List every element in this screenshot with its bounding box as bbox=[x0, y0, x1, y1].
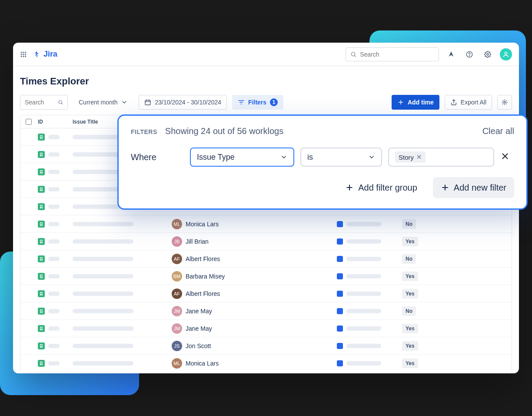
project-color bbox=[337, 343, 343, 349]
table-row[interactable]: AFAlbert FloresYes bbox=[20, 285, 512, 302]
assignee-name: Jill Brian bbox=[186, 238, 209, 245]
project-placeholder bbox=[346, 361, 381, 366]
story-icon bbox=[38, 360, 45, 367]
story-icon bbox=[38, 308, 45, 315]
export-button[interactable]: Export All bbox=[445, 95, 492, 110]
story-icon bbox=[38, 168, 45, 175]
table-row[interactable]: MLMonica LarsYes bbox=[20, 355, 512, 372]
help-icon[interactable] bbox=[463, 48, 475, 60]
plus-icon bbox=[345, 183, 354, 192]
app-switcher-icon[interactable] bbox=[20, 51, 27, 58]
user-avatar[interactable] bbox=[500, 48, 512, 60]
billable-pill: Yes bbox=[402, 324, 418, 333]
billable-pill: Yes bbox=[402, 289, 418, 299]
toolbar: Current month 23/10/2024 - 30/10/2024 Fi… bbox=[20, 95, 512, 110]
assignee-name: Jane May bbox=[186, 325, 212, 332]
assignee-avatar: ML bbox=[172, 358, 182, 369]
filter-icon bbox=[238, 99, 245, 106]
svg-point-5 bbox=[25, 54, 26, 55]
table-settings-button[interactable] bbox=[497, 95, 512, 110]
billable-pill: No bbox=[402, 254, 416, 264]
assignee-name: Jon Scott bbox=[186, 342, 211, 349]
select-all-checkbox[interactable] bbox=[26, 119, 32, 125]
table-row[interactable]: MLMonica LarsNo bbox=[20, 215, 512, 233]
project-color bbox=[337, 238, 343, 245]
table-row[interactable]: AFAlbert FloresNo bbox=[20, 250, 512, 268]
project-placeholder bbox=[346, 257, 381, 261]
assignee-avatar: JM bbox=[172, 306, 182, 316]
story-icon bbox=[38, 186, 45, 193]
story-icon bbox=[38, 273, 45, 280]
clear-all-button[interactable]: Clear all bbox=[482, 126, 514, 136]
filter-field-select[interactable]: Issue Type bbox=[190, 148, 294, 167]
svg-point-4 bbox=[23, 54, 24, 55]
project-color bbox=[337, 273, 343, 279]
billable-pill: Yes bbox=[402, 237, 418, 246]
period-select[interactable]: Current month bbox=[73, 95, 133, 110]
token-remove-icon[interactable]: ✕ bbox=[416, 153, 422, 161]
id-placeholder bbox=[48, 187, 60, 191]
story-icon bbox=[38, 290, 45, 297]
assignee-avatar: JB bbox=[172, 236, 182, 247]
id-placeholder bbox=[48, 309, 60, 313]
table-row[interactable]: JMJane MayYes bbox=[20, 320, 512, 337]
plus-icon bbox=[397, 99, 404, 106]
filter-row-remove[interactable] bbox=[500, 151, 510, 163]
id-placeholder bbox=[48, 344, 60, 348]
add-filter-group-button[interactable]: Add filter group bbox=[337, 177, 425, 198]
where-label: Where bbox=[131, 152, 184, 162]
id-placeholder bbox=[48, 170, 60, 174]
table-row[interactable]: JSJon ScottYes bbox=[20, 337, 512, 355]
assignee-name: Albert Flores bbox=[186, 255, 220, 262]
search-icon bbox=[350, 51, 356, 58]
filters-popover: FILTERS Showing 24 out of 56 worklogs Cl… bbox=[117, 114, 528, 210]
title-placeholder bbox=[73, 222, 133, 226]
notifications-icon[interactable] bbox=[445, 48, 457, 60]
billable-pill: Yes bbox=[402, 272, 418, 281]
filter-value-select[interactable]: Story ✕ bbox=[388, 148, 494, 167]
assignee-avatar: JS bbox=[172, 341, 182, 351]
project-color bbox=[337, 360, 343, 366]
add-new-filter-button[interactable]: Add new filter bbox=[433, 177, 514, 198]
global-search-input[interactable] bbox=[360, 51, 434, 58]
chevron-down-icon bbox=[368, 154, 375, 161]
story-icon bbox=[38, 221, 45, 228]
filters-button[interactable]: Filters 1 bbox=[232, 95, 283, 110]
id-placeholder bbox=[48, 205, 60, 209]
title-placeholder bbox=[73, 292, 133, 296]
filters-count: 1 bbox=[270, 98, 278, 106]
id-placeholder bbox=[48, 274, 60, 278]
jira-logo[interactable]: Jira bbox=[33, 50, 57, 59]
assignee-avatar: AF bbox=[172, 254, 182, 264]
project-placeholder bbox=[346, 344, 381, 348]
filter-field-value: Issue Type bbox=[197, 153, 235, 162]
project-placeholder bbox=[346, 274, 381, 278]
table-row[interactable]: BMBarbara MiseyYes bbox=[20, 268, 512, 285]
col-id[interactable]: ID bbox=[38, 119, 73, 125]
svg-point-3 bbox=[21, 54, 22, 55]
billable-pill: Yes bbox=[402, 359, 418, 368]
plus-icon bbox=[441, 183, 449, 192]
table-row[interactable]: JBJill BrianYes bbox=[20, 233, 512, 250]
project-color bbox=[337, 256, 343, 262]
table-row[interactable]: JMJane MayNo bbox=[20, 302, 512, 320]
project-placeholder bbox=[346, 222, 381, 226]
filter-operator-select[interactable]: is bbox=[300, 148, 382, 167]
title-placeholder bbox=[73, 239, 133, 244]
local-search[interactable] bbox=[20, 95, 68, 110]
date-range-button[interactable]: 23/10/2024 - 30/10/2024 bbox=[139, 95, 227, 110]
settings-icon[interactable] bbox=[482, 48, 494, 60]
assignee-avatar: JM bbox=[172, 323, 182, 334]
assignee-avatar: ML bbox=[172, 219, 182, 229]
billable-pill: Yes bbox=[402, 341, 418, 351]
assignee-avatar: AF bbox=[172, 289, 182, 299]
global-search[interactable] bbox=[346, 47, 439, 61]
svg-point-6 bbox=[21, 56, 22, 57]
local-search-input[interactable] bbox=[25, 99, 54, 106]
app-name: Jira bbox=[43, 50, 57, 59]
project-color bbox=[337, 291, 343, 297]
add-time-button[interactable]: Add time bbox=[392, 95, 439, 110]
filters-label: Filters bbox=[248, 99, 266, 106]
assignee-name: Barbara Misey bbox=[186, 273, 225, 280]
svg-point-2 bbox=[25, 52, 26, 53]
